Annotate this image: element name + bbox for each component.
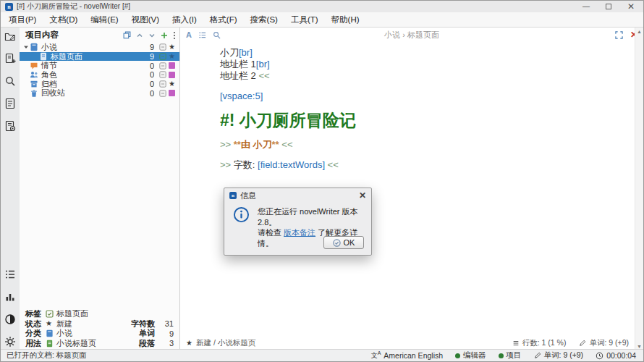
label-check-icon: [46, 310, 56, 318]
class-book-icon: [46, 329, 56, 337]
tree-item-trash[interactable]: 回收站 0: [20, 88, 179, 98]
status-star-icon: ★: [186, 340, 192, 347]
doc-status-usage: 新建 / 小说标题页: [196, 338, 255, 348]
timeline-icon[interactable]: [4, 269, 16, 280]
breadcrumb: 小说 › 标题页面: [180, 30, 643, 41]
editor-scrollbar[interactable]: ▲ ▼: [635, 28, 643, 350]
open-document-status: 已打开的文档: 标题页面: [7, 350, 87, 361]
line-count: 行数: 1 (1 %): [522, 338, 567, 348]
text-line: >> **由 小刀** <<: [220, 139, 629, 151]
people-icon: [30, 70, 40, 79]
settings-gear-icon[interactable]: [4, 336, 16, 348]
scroll-down-icon[interactable]: ▼: [637, 344, 642, 349]
window-title: [#] 小刀厕所冒险记 - novelWriter [#]: [17, 1, 130, 12]
session-words: 单词: 9 (+9): [544, 350, 584, 361]
dialog-close-icon[interactable]: ✕: [359, 190, 366, 201]
document-icon: [39, 52, 49, 61]
menu-project[interactable]: 项目(P): [2, 13, 43, 27]
status-none-icon: [158, 62, 167, 70]
importance-star-icon: ★: [167, 80, 177, 88]
status-none-icon: [158, 80, 167, 88]
maximize-editor-icon[interactable]: [615, 31, 623, 39]
importance-star-icon: ★: [167, 43, 177, 51]
status-none-icon: [158, 43, 167, 51]
editor-text-area[interactable]: 小刀[br] 地址栏 1[br] 地址栏 2 << [vspace:5] #! …: [180, 41, 643, 171]
font-size-icon[interactable]: A: [186, 30, 192, 39]
build-manuscript-icon[interactable]: [4, 120, 16, 132]
project-status-dot: [499, 353, 504, 358]
menubar: 项目(P) 文档(D) 编辑(E) 视图(V) 插入(I) 格式(F) 搜索(S…: [1, 12, 643, 28]
info-icon: [233, 206, 250, 223]
dialog-titlebar[interactable]: n 信息 ✕: [224, 188, 371, 203]
sidebar: [1, 28, 20, 350]
ok-check-icon: [333, 239, 341, 247]
menu-search[interactable]: 搜索(S): [244, 13, 284, 27]
importance-star-icon: ★: [167, 53, 177, 60]
minimize-icon[interactable]: —: [582, 3, 590, 10]
app-icon: n: [229, 192, 237, 199]
maximize-icon[interactable]: [606, 4, 611, 9]
project-panel: 项目内容 小说 9 ★: [20, 28, 180, 350]
pen-icon: [579, 340, 586, 347]
doc-outline-icon[interactable]: [198, 31, 206, 39]
menu-document[interactable]: 文档(D): [43, 13, 84, 27]
scroll-up-icon[interactable]: ▲: [637, 29, 642, 34]
menu-tools[interactable]: 工具(T): [284, 13, 325, 27]
status-color-chip: [167, 90, 177, 96]
editor-status-dot: [455, 353, 460, 358]
menu-view[interactable]: 视图(V): [125, 13, 166, 27]
status-none-icon: [158, 71, 167, 78]
trash-icon: [30, 89, 40, 98]
status-none-icon: [158, 90, 167, 97]
add-item-icon[interactable]: [161, 32, 168, 39]
document-heading: #! 小刀厕所冒险记: [220, 109, 629, 131]
detail-usage-value: 小说标题页: [56, 338, 120, 349]
dialog-title: 信息: [240, 190, 256, 201]
writing-stats-icon[interactable]: [4, 291, 16, 303]
text-line: [vspace:5]: [220, 90, 629, 102]
info-dialog: n 信息 ✕ 您正在运行 novelWriter 版本 2.8。 请检查 版本备…: [224, 188, 372, 256]
move-down-icon[interactable]: [148, 32, 156, 39]
app-icon: n: [5, 3, 13, 11]
item-details-panel: 标签 标题页面 状态 ★ 新建 字符数 31 分类 小说 单词 9 用法 小说标…: [20, 307, 179, 350]
status-color-chip: [167, 62, 177, 69]
theme-toggle-icon[interactable]: [4, 313, 16, 325]
lines-icon: [512, 340, 520, 347]
statusbar: 已打开的文档: 标题页面 文AAmerican English 编辑器 项目 单…: [1, 349, 643, 361]
project-tree-icon[interactable]: [4, 30, 16, 42]
search-doc-icon[interactable]: [213, 31, 221, 39]
pen-icon: [534, 352, 541, 359]
menu-format[interactable]: 格式(F): [203, 13, 244, 27]
book-icon: [30, 43, 40, 51]
menu-edit[interactable]: 编辑(E): [84, 13, 124, 27]
project-tree: 小说 9 ★ 标题页面 9 ★ 情节 0: [20, 43, 179, 98]
status-color-chip: [167, 72, 177, 78]
status-none-icon: [158, 53, 167, 60]
usage-page-icon: [46, 340, 56, 348]
word-count-value: 9: [155, 329, 174, 338]
copy-icon[interactable]: [123, 31, 131, 39]
search-icon[interactable]: [4, 75, 16, 87]
text-line: 小刀[br]: [220, 47, 629, 59]
release-notes-link[interactable]: 版本备注: [284, 228, 315, 237]
char-count-value: 31: [155, 319, 174, 328]
word-count: 单词: 9 (+9): [589, 338, 629, 348]
more-options-icon[interactable]: [173, 31, 176, 40]
session-time[interactable]: 00:00:04: [606, 351, 636, 360]
outline-icon[interactable]: [4, 98, 16, 109]
close-icon[interactable]: ✕: [627, 3, 635, 10]
expand-arrow-icon[interactable]: [22, 44, 30, 50]
novelwriter-window: n [#] 小刀厕所冒险记 - novelWriter [#] — ✕ 项目(P…: [0, 0, 644, 362]
text-line: >> 字数: [field:textWords] <<: [220, 159, 629, 171]
spellcheck-language[interactable]: American English: [384, 351, 443, 360]
paragraph-count-value: 3: [155, 339, 174, 348]
novel-view-icon[interactable]: [4, 53, 16, 64]
move-up-icon[interactable]: [136, 32, 143, 39]
editor-header: A 小说 › 标题页面 ✕: [180, 28, 643, 41]
archive-box-icon: [30, 80, 40, 88]
speech-bubble-icon: [30, 62, 40, 70]
editor-footer: ★ 新建 / 小说标题页 行数: 1 (1 %) 单词: 9 (+9): [180, 336, 635, 350]
menu-insert[interactable]: 插入(I): [166, 13, 203, 27]
ok-button[interactable]: OK: [323, 236, 364, 249]
menu-help[interactable]: 帮助(H): [325, 13, 366, 27]
